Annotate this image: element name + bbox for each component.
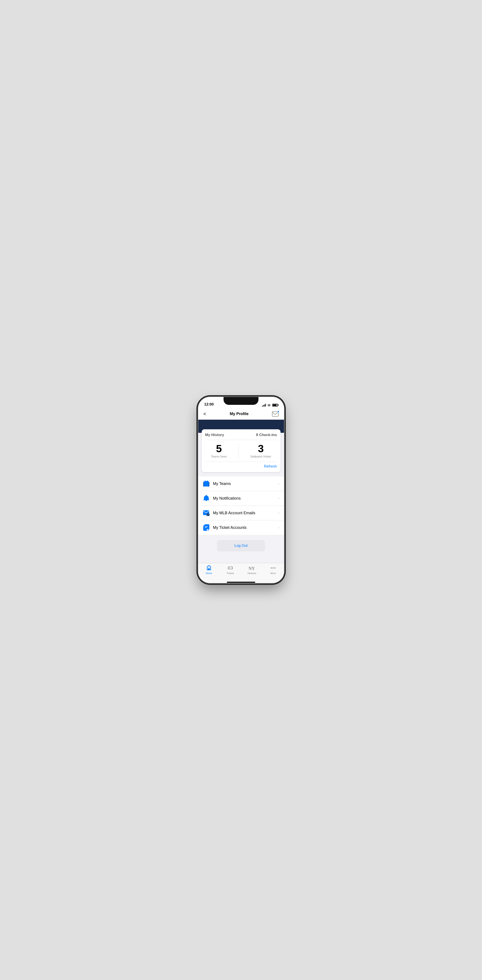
ballparks-label: Ballparks Visted bbox=[251, 455, 271, 458]
yankees-icon: NY bbox=[249, 565, 255, 571]
main-content: My History 8 Check-Ins 5 Teams Seen 3 Ba… bbox=[198, 420, 284, 563]
tab-yankees[interactable]: NY Yankees bbox=[241, 565, 262, 574]
phone-frame: 12:00 < My Profile bbox=[198, 397, 284, 583]
tickets-tab-label: Tickets bbox=[227, 572, 234, 574]
signal-bars-icon bbox=[262, 404, 266, 407]
svg-point-4 bbox=[207, 529, 209, 531]
menu-item-my-ticket-accounts[interactable]: My Ticket Accounts › bbox=[198, 520, 284, 535]
page-title: My Profile bbox=[230, 412, 248, 416]
more-tab-label: More bbox=[270, 572, 276, 574]
menu-item-my-notifications[interactable]: My Notifications › bbox=[198, 491, 284, 506]
my-ticket-accounts-label: My Ticket Accounts bbox=[213, 525, 278, 530]
back-button[interactable]: < bbox=[202, 409, 208, 418]
tab-home[interactable]: Home bbox=[198, 565, 220, 574]
history-divider bbox=[205, 440, 277, 440]
chevron-right-icon: › bbox=[278, 496, 279, 500]
battery-icon bbox=[272, 404, 278, 407]
svg-point-8 bbox=[273, 568, 274, 569]
status-icons bbox=[262, 404, 278, 407]
home-icon bbox=[206, 565, 212, 571]
yankees-tab-label: Yankees bbox=[247, 572, 256, 574]
checkins-count: 8 Check-Ins bbox=[256, 433, 277, 437]
my-notifications-label: My Notifications bbox=[213, 496, 278, 501]
tickets-icon bbox=[227, 565, 233, 571]
home-bar bbox=[227, 582, 255, 583]
chevron-right-icon: › bbox=[278, 526, 279, 530]
more-icon bbox=[270, 565, 276, 571]
teams-seen-number: 5 bbox=[216, 444, 222, 454]
svg-point-0 bbox=[269, 406, 269, 407]
mail-notification-dot bbox=[277, 410, 279, 413]
svg-point-3 bbox=[207, 513, 210, 516]
chevron-right-icon: › bbox=[278, 482, 279, 486]
teams-seen-label: Teams Seen bbox=[211, 455, 227, 458]
my-mlb-emails-label: My MLB Account Emails bbox=[213, 511, 278, 515]
tab-bar: Home Tickets NY Yankees bbox=[198, 563, 284, 581]
ballparks-number: 3 bbox=[258, 444, 264, 454]
history-header: My History 8 Check-Ins bbox=[205, 433, 277, 437]
history-card: My History 8 Check-Ins 5 Teams Seen 3 Ba… bbox=[202, 429, 280, 472]
home-indicator bbox=[198, 581, 284, 583]
menu-item-my-mlb-emails[interactable]: My MLB Account Emails › bbox=[198, 506, 284, 520]
bell-icon bbox=[203, 495, 210, 502]
svg-point-7 bbox=[271, 568, 272, 569]
teams-seen-stat: 5 Teams Seen bbox=[211, 444, 227, 458]
history-stats: 5 Teams Seen 3 Ballparks Visted bbox=[205, 444, 277, 458]
notch bbox=[224, 397, 258, 405]
menu-section: My Teams › My Notifications › bbox=[198, 476, 284, 535]
refresh-button[interactable]: Refresh bbox=[205, 464, 277, 469]
svg-point-9 bbox=[274, 568, 275, 569]
chevron-right-icon: › bbox=[278, 511, 279, 515]
wifi-icon bbox=[267, 404, 271, 407]
history-title: My History bbox=[205, 433, 224, 437]
tab-tickets[interactable]: Tickets bbox=[220, 565, 241, 574]
logout-section: Log Out bbox=[198, 535, 284, 557]
logout-button[interactable]: Log Out bbox=[217, 540, 265, 551]
my-teams-label: My Teams bbox=[213, 482, 278, 486]
tab-more[interactable]: More bbox=[262, 565, 284, 574]
ballparks-visited-stat: 3 Ballparks Visted bbox=[251, 444, 271, 458]
content-spacer bbox=[198, 557, 284, 563]
home-tab-label: Home bbox=[206, 572, 212, 574]
stats-divider bbox=[239, 444, 239, 458]
email-icon bbox=[203, 509, 210, 517]
svg-text:NY: NY bbox=[249, 566, 255, 571]
ticket-icon bbox=[203, 524, 210, 531]
navigation-header: < My Profile bbox=[198, 408, 284, 420]
menu-item-my-teams[interactable]: My Teams › bbox=[198, 476, 284, 491]
history-footer-divider bbox=[205, 461, 277, 462]
mail-button[interactable] bbox=[270, 410, 280, 418]
status-time: 12:00 bbox=[204, 402, 214, 407]
jersey-icon bbox=[203, 480, 210, 487]
refresh-label[interactable]: Refresh bbox=[264, 464, 277, 468]
